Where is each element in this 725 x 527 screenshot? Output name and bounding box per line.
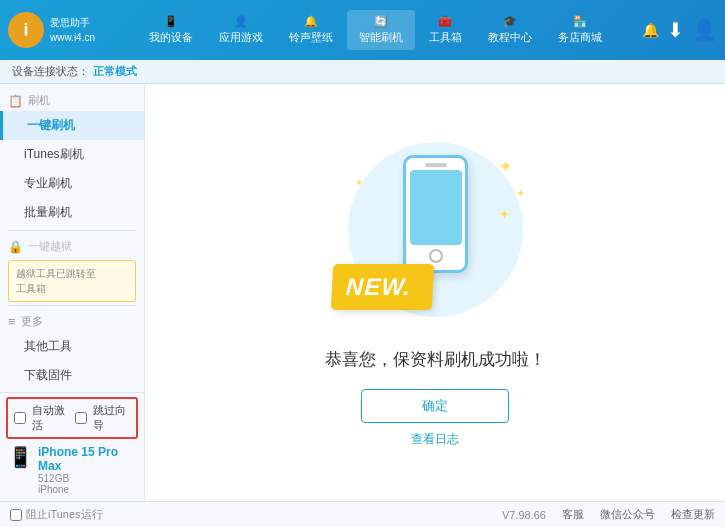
auto-activate-row: 自动激活 跳过向导 bbox=[6, 397, 138, 439]
sparkle-top-right-icon: ✦ bbox=[499, 157, 512, 176]
sidebar-item-download-firmware[interactable]: 下载固件 bbox=[0, 361, 144, 390]
device-info-row: 📱 iPhone 15 Pro Max 512GB iPhone bbox=[6, 443, 138, 497]
tools-icon: 🧰 bbox=[438, 15, 452, 28]
guide-setup-label: 跳过向导 bbox=[93, 403, 130, 433]
sidebar-more-header: ≡ 更多 bbox=[0, 309, 144, 332]
sidebar-bottom: 自动激活 跳过向导 📱 iPhone 15 Pro Max 512GB iPho… bbox=[0, 392, 144, 501]
auto-activate-checkbox[interactable] bbox=[14, 412, 26, 424]
sidebar: 📋 刷机 一键刷机 iTunes刷机 专业刷机 批量刷机 bbox=[0, 84, 145, 501]
confirm-button[interactable]: 确定 bbox=[361, 389, 509, 423]
logo-text: 爱思助手 www.i4.cn bbox=[50, 15, 95, 45]
more-label: 更多 bbox=[21, 314, 43, 329]
itunes-checkbox-row: 阻止iTunes运行 bbox=[10, 507, 103, 522]
sidebar-divider-1 bbox=[8, 230, 136, 231]
device-storage: 512GB bbox=[38, 473, 136, 484]
sidebar-scroll: 📋 刷机 一键刷机 iTunes刷机 专业刷机 批量刷机 bbox=[0, 84, 144, 392]
phone-screen bbox=[410, 170, 462, 245]
status-prefix: 设备连接状态： bbox=[12, 64, 89, 79]
success-message: 恭喜您，保资料刷机成功啦！ bbox=[325, 348, 546, 371]
check-update-link[interactable]: 检查更新 bbox=[671, 507, 715, 522]
store-icon: 🏪 bbox=[573, 15, 587, 28]
bottom-footer: 阻止iTunes运行 V7.98.66 客服 微信公众号 检查更新 bbox=[0, 501, 725, 527]
nav-store[interactable]: 🏪 务店商城 bbox=[546, 10, 614, 50]
phone-body bbox=[403, 155, 468, 273]
tutorials-icon: 🎓 bbox=[503, 15, 517, 28]
new-badge-text: NEW. bbox=[345, 273, 411, 300]
sparkle-mid-right-icon: ✦ bbox=[516, 187, 525, 200]
sidebar-divider-2 bbox=[8, 305, 136, 306]
main-wrapper: 📋 刷机 一键刷机 iTunes刷机 专业刷机 批量刷机 bbox=[0, 84, 725, 527]
lock-icon: 🔒 bbox=[8, 240, 23, 254]
phone-home-button bbox=[429, 249, 443, 263]
footer-right: V7.98.66 客服 微信公众号 检查更新 bbox=[502, 507, 715, 522]
sidebar-item-other-tools[interactable]: 其他工具 bbox=[0, 332, 144, 361]
version-text: V7.98.66 bbox=[502, 509, 546, 521]
sidebar-section-jailbreak: 🔒 一键越狱 越狱工具已跳转至工具箱 bbox=[0, 234, 144, 302]
header-actions: 🔔 ⬇ 👤 bbox=[642, 18, 717, 42]
nav-my-device[interactable]: 📱 我的设备 bbox=[137, 10, 205, 50]
status-bar: 设备连接状态： 正常模式 bbox=[0, 60, 725, 84]
nav-smart-flash[interactable]: 🔄 智能刷机 bbox=[347, 10, 415, 50]
phone-camera-area bbox=[425, 163, 447, 167]
header: i 爱思助手 www.i4.cn 📱 我的设备 👤 应用游戏 🔔 铃声壁纸 🔄 … bbox=[0, 0, 725, 60]
device-type: iPhone bbox=[38, 484, 136, 495]
customer-service-link[interactable]: 客服 bbox=[562, 507, 584, 522]
sidebar-section-more: ≡ 更多 其他工具 下载固件 高级功能 bbox=[0, 309, 144, 392]
smart-flash-icon: 🔄 bbox=[374, 15, 388, 28]
flash-section-icon: 📋 bbox=[8, 94, 23, 108]
nav-bar: 📱 我的设备 👤 应用游戏 🔔 铃声壁纸 🔄 智能刷机 🧰 工具箱 🎓 教程中心… bbox=[116, 10, 634, 50]
nav-apps[interactable]: 👤 应用游戏 bbox=[207, 10, 275, 50]
guide-setup-checkbox[interactable] bbox=[75, 412, 87, 424]
jailbreak-label: 一键越狱 bbox=[28, 239, 72, 254]
new-ribbon: NEW. bbox=[331, 264, 434, 310]
logo-icon: i bbox=[8, 12, 44, 48]
sidebar-section-flash: 📋 刷机 一键刷机 iTunes刷机 专业刷机 批量刷机 bbox=[0, 88, 144, 227]
sidebar-item-pro-flash[interactable]: 专业刷机 bbox=[0, 169, 144, 198]
nav-tools[interactable]: 🧰 工具箱 bbox=[417, 10, 474, 50]
sidebar-item-one-key-flash[interactable]: 一键刷机 bbox=[0, 111, 144, 140]
itunes-checkbox[interactable] bbox=[10, 509, 22, 521]
content-row: 📋 刷机 一键刷机 iTunes刷机 专业刷机 批量刷机 bbox=[0, 84, 725, 501]
download-button[interactable]: ⬇ bbox=[667, 18, 684, 42]
wechat-link[interactable]: 微信公众号 bbox=[600, 507, 655, 522]
nav-ringtones[interactable]: 🔔 铃声壁纸 bbox=[277, 10, 345, 50]
itunes-label: 阻止iTunes运行 bbox=[26, 507, 103, 522]
logo: i 爱思助手 www.i4.cn bbox=[8, 12, 98, 48]
apps-icon: 👤 bbox=[234, 15, 248, 28]
sidebar-item-itunes-flash[interactable]: iTunes刷机 bbox=[0, 140, 144, 169]
sidebar-jailbreak-header: 🔒 一键越狱 bbox=[0, 234, 144, 257]
iphone-device-icon: 📱 bbox=[8, 445, 33, 469]
nav-tutorials[interactable]: 🎓 教程中心 bbox=[476, 10, 544, 50]
sparkle-low-right-icon: ✦ bbox=[499, 207, 510, 222]
jailbreak-warning-box: 越狱工具已跳转至工具箱 bbox=[8, 260, 136, 302]
auto-activate-label: 自动激活 bbox=[32, 403, 69, 433]
status-mode: 正常模式 bbox=[93, 64, 137, 79]
flash-section-label: 刷机 bbox=[28, 93, 50, 108]
sidebar-item-batch-flash[interactable]: 批量刷机 bbox=[0, 198, 144, 227]
ringtones-icon: 🔔 bbox=[304, 15, 318, 28]
user-button[interactable]: 👤 bbox=[692, 18, 717, 42]
sparkle-left-icon: ✦ bbox=[355, 177, 363, 188]
illustration: ✦ ✦ ✦ ✦ NEW. bbox=[330, 137, 540, 332]
device-icon: 📱 bbox=[164, 15, 178, 28]
log-link[interactable]: 查看日志 bbox=[411, 431, 459, 448]
more-icon: ≡ bbox=[8, 314, 16, 329]
content-area: ✦ ✦ ✦ ✦ NEW. 恭喜您，保资料刷机成功啦！ 确定 查看日志 bbox=[145, 84, 725, 501]
device-details: iPhone 15 Pro Max 512GB iPhone bbox=[38, 445, 136, 495]
device-name: iPhone 15 Pro Max bbox=[38, 445, 136, 473]
sidebar-section-flash-header: 📋 刷机 bbox=[0, 88, 144, 111]
window-minimize-icon[interactable]: 🔔 bbox=[642, 22, 659, 38]
